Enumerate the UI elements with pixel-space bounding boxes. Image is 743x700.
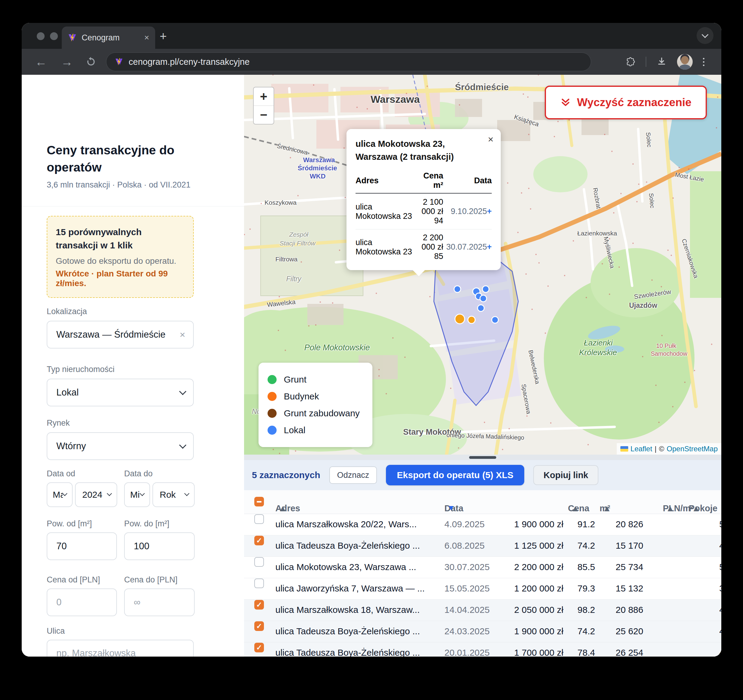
typ-select[interactable]: Lokal (47, 379, 194, 406)
download-icon[interactable] (657, 57, 667, 67)
zoom-in-button[interactable]: + (254, 88, 274, 106)
popup-row-address: ulica Mokotowska 23 (355, 238, 419, 257)
copy-link-button[interactable]: Kopiuj link (533, 465, 598, 485)
marker-budynek[interactable] (455, 314, 465, 324)
legend-label: Grunt (284, 374, 306, 385)
cell-rooms: 4 (709, 648, 721, 657)
popup-close-icon[interactable]: × (488, 134, 493, 145)
table-row[interactable]: ulica Tadeusza Boya-Żeleńskiego ... 20.0… (244, 642, 721, 657)
table-row[interactable]: ulica Tadeusza Boya-Żeleńskiego ... 6.08… (244, 535, 721, 557)
zoom-out-button[interactable]: − (254, 106, 274, 124)
extensions-icon[interactable] (625, 57, 635, 67)
cell-area: 91.2 (565, 519, 595, 529)
cena-od-input[interactable]: 0 (47, 589, 117, 616)
row-checkbox[interactable] (254, 643, 264, 653)
cell-rooms: 5 (709, 519, 721, 529)
marker-lokal[interactable] (454, 286, 461, 292)
pow-od-input[interactable]: 70 (47, 532, 117, 560)
cell-area: 98.2 (565, 605, 595, 615)
cell-area: 85.5 (565, 562, 595, 572)
ulica-label: Ulica (47, 626, 65, 636)
promo-line2: Wkrótce · plan Starter od 99 zł/mies. (56, 269, 185, 288)
clear-location-icon[interactable]: × (179, 329, 193, 340)
browser-tab[interactable]: Cenogram × (62, 27, 155, 49)
data-do-month-select[interactable]: Mi (124, 482, 150, 507)
legend-dot (268, 409, 277, 418)
lokalizacja-input[interactable]: Warszawa — Śródmieście × (47, 321, 194, 349)
cell-date: 6.08.2025 (444, 541, 484, 551)
main-panel: WarszawaŚródmieścieKsiążęcaWarszawaŚródm… (244, 75, 721, 657)
marker-lokal[interactable] (478, 305, 484, 311)
data-do-year-select[interactable]: Rok (152, 482, 195, 507)
drag-handle-icon[interactable] (469, 456, 496, 459)
reload-button[interactable] (86, 49, 96, 75)
popup-row-price: 2 100 000 zł 94 (419, 197, 445, 225)
popup-row-expand[interactable]: + (487, 207, 492, 216)
tab-search-button[interactable] (697, 27, 713, 44)
browser-window: Cenogram × + ← → cenogram.pl/ceny-t (22, 23, 721, 657)
address-bar[interactable]: cenogram.pl/ceny-transakcyjne (106, 52, 591, 71)
marker-lokal[interactable] (492, 317, 498, 323)
profile-avatar[interactable] (677, 54, 693, 70)
table-row[interactable]: ulica Marszałkowska 18, Warszaw... 14.04… (244, 600, 721, 621)
ulica-input[interactable]: np. Marszałkowska (47, 640, 194, 657)
selected-count: 5 zaznaczonych (252, 470, 320, 480)
promo-line1: Gotowe do eksportu do operatu. (56, 256, 185, 266)
tab-title: Cenogram (81, 33, 144, 43)
legend-item: Lokal (268, 422, 363, 439)
ukraine-flag-icon (620, 446, 628, 452)
openstreetmap-link[interactable]: OpenStreetMap (667, 445, 718, 453)
row-checkbox[interactable] (254, 578, 264, 588)
table-row[interactable]: ulica Jaworzyńska 7, Warszawa — ... 15.0… (244, 578, 721, 600)
clear-selection-button[interactable]: Wyczyść zaznaczenie (545, 86, 707, 119)
rynek-value: Wtórny (56, 441, 86, 452)
back-button[interactable]: ← (35, 49, 47, 75)
table-row[interactable]: ulica Tadeusza Boya-Żeleńskiego ... 24.0… (244, 621, 721, 642)
deselect-button[interactable]: Odznacz (329, 466, 377, 484)
legend-dot (268, 375, 277, 384)
select-all-checkbox[interactable] (254, 497, 264, 506)
marker-lokal[interactable] (483, 286, 489, 292)
row-checkbox[interactable] (254, 621, 264, 631)
data-od-year-select[interactable]: 2024 (75, 482, 117, 507)
cena-do-input[interactable]: ∞ (124, 589, 195, 616)
export-button[interactable]: Eksport do operatu (5) XLS (386, 465, 524, 485)
row-checkbox[interactable] (254, 600, 264, 610)
cenogram-favicon (115, 58, 123, 66)
cell-price: 2 200 000 zł (494, 562, 564, 572)
cell-date: 20.01.2025 (444, 648, 490, 657)
popup-col-data: Data (445, 176, 492, 185)
chevron-down-icon (702, 31, 709, 38)
data-od-month-select[interactable]: Ma (47, 482, 73, 507)
rynek-select[interactable]: Wtórny (47, 432, 194, 460)
sort-icon: ▲ (602, 503, 611, 513)
table-row[interactable]: ulica Marszałkowska 20/22, Wars... 4.09.… (244, 514, 721, 535)
cell-address: ulica Tadeusza Boya-Żeleńskiego ... (275, 626, 420, 636)
row-checkbox[interactable] (254, 557, 264, 567)
browser-menu-icon[interactable] (703, 58, 705, 66)
table-body: ulica Marszałkowska 20/22, Wars... 4.09.… (244, 514, 721, 657)
popup-row-expand[interactable]: + (487, 242, 492, 251)
map-canvas[interactable]: WarszawaŚródmieścieKsiążęcaWarszawaŚródm… (244, 75, 721, 455)
sort-icon: ▲ (692, 503, 700, 513)
cell-pln-m2: 15 170 (598, 541, 643, 551)
chevron-down-icon (140, 491, 145, 496)
leaflet-link[interactable]: Leaflet (631, 445, 652, 453)
cell-price: 2 050 000 zł (494, 605, 564, 615)
map-table-resize-handle[interactable] (244, 455, 721, 460)
legend-label: Lokal (284, 425, 305, 435)
row-checkbox[interactable] (254, 536, 264, 545)
marker-budynek[interactable] (468, 316, 475, 323)
pow-do-input[interactable]: 100 (124, 532, 195, 560)
marker-lokal[interactable] (480, 295, 487, 302)
forward-button[interactable]: → (61, 49, 73, 75)
table-row[interactable]: ulica Mokotowska 23, Warszawa ... 30.07.… (244, 557, 721, 578)
divider (22, 206, 244, 206)
cell-price: 1 125 000 zł (494, 541, 564, 551)
row-checkbox[interactable] (254, 514, 264, 524)
lokalizacja-label: Lokalizacja (47, 307, 87, 316)
cell-price: 1 200 000 zł (494, 583, 564, 593)
chevron-down-icon (62, 491, 68, 496)
tab-close-icon[interactable]: × (144, 33, 149, 43)
new-tab-button[interactable]: + (160, 30, 167, 43)
